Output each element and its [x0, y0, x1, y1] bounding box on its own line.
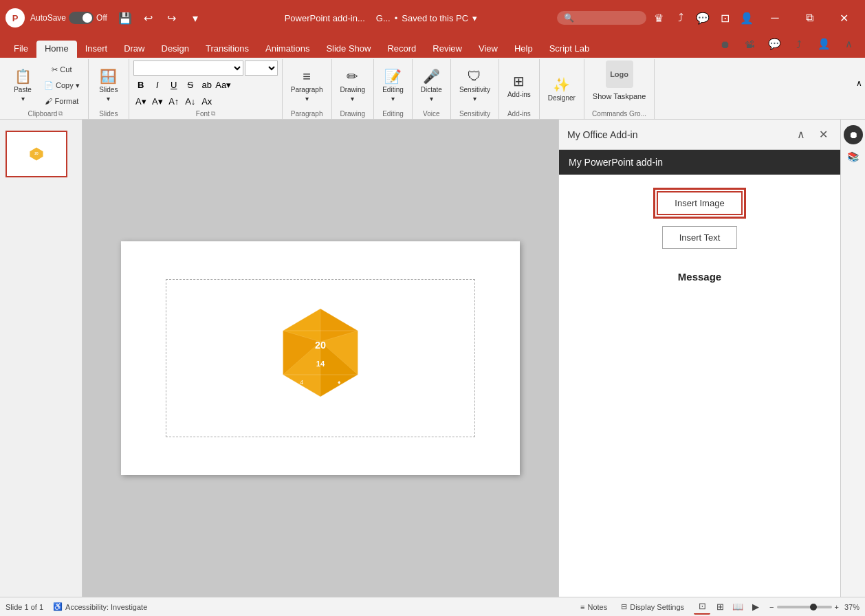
underline-button[interactable]: U [166, 77, 182, 92]
accessibility-button[interactable]: ♿ Accessibility: Investigate [49, 601, 151, 613]
format-painter-button[interactable]: 🖌 Format [40, 94, 84, 108]
minimize-button[interactable]: ─ [759, 7, 791, 29]
slide-1-thumb[interactable]: 20 [6, 131, 67, 177]
insert-text-button[interactable]: Insert Text [662, 226, 738, 249]
slides-button[interactable]: 🪟 Slides ▾ [93, 65, 124, 105]
tab-file[interactable]: File [6, 41, 36, 58]
slide-sorter-button[interactable]: ⊞ [712, 600, 728, 615]
save-info: G... • Saved to this PC ▾ [376, 13, 477, 23]
side-help-button[interactable]: 📚 [844, 147, 863, 166]
tab-home[interactable]: Home [36, 41, 77, 58]
font-family-select[interactable] [133, 60, 243, 76]
status-right: ≡ Notes ⊟ Display Settings ⊡ ⊞ 📖 ▶ − + 3… [576, 600, 859, 615]
editing-button[interactable]: 📝 Editing ▾ [378, 65, 408, 105]
tab-scriptlab[interactable]: Script Lab [541, 41, 598, 58]
ribbon-record-btn[interactable]: ⏺ [714, 33, 736, 55]
copy-button[interactable]: 📄 Copy ▾ [40, 78, 84, 93]
designer-icon: ✨ [553, 76, 570, 93]
notes-button[interactable]: ≡ Notes [576, 602, 611, 613]
cut-button[interactable]: ✂ Cut [40, 63, 84, 77]
tab-design[interactable]: Design [153, 41, 197, 58]
strikethrough-button[interactable]: S [183, 77, 198, 92]
highlight-button[interactable]: A▾ [133, 94, 149, 109]
ribbon-group-drawing: ✏ Drawing ▾ Drawing [332, 59, 375, 119]
slide-canvas[interactable]: 20 14 [121, 241, 520, 475]
font-color-button[interactable]: A▾ [150, 94, 165, 109]
zoom-out-icon[interactable]: − [769, 603, 774, 611]
title-center: PowerPoint add-in... G... • Saved to thi… [210, 13, 551, 23]
insert-image-button[interactable]: Insert Image [657, 191, 742, 215]
ribbon-comment-btn[interactable]: 💬 [763, 33, 785, 55]
designer-button[interactable]: ✨ Designer [544, 74, 580, 104]
undo-icon[interactable]: ↩ [139, 8, 158, 28]
addins-label: Add-ins [507, 110, 531, 119]
comments-icon[interactable]: 💬 [693, 8, 712, 28]
font-expand-icon[interactable]: ⧉ [211, 110, 215, 118]
slides-panel: 1 20 [0, 120, 83, 597]
logo-placeholder: Logo [606, 60, 633, 88]
customize-qat-icon[interactable]: ▾ [186, 8, 205, 28]
close-button[interactable]: ✕ [828, 7, 859, 29]
show-taskpane-button[interactable]: Show Taskpane [589, 89, 650, 103]
display-settings-label: Display Settings [630, 603, 684, 611]
tab-help[interactable]: Help [506, 41, 541, 58]
crown-icon[interactable]: ♛ [649, 8, 668, 28]
tab-review[interactable]: Review [424, 41, 470, 58]
notes-label: Notes [587, 603, 607, 611]
slideshow-button[interactable]: ▶ [747, 600, 764, 615]
accessibility-label: Accessibility: Investigate [65, 603, 147, 611]
paste-button[interactable]: 📋 Paste ▾ [7, 65, 39, 105]
ribbon-share-btn[interactable]: ⤴ [788, 33, 810, 55]
ribbon-collapse-btn[interactable]: ∧ [856, 59, 862, 119]
bold-button[interactable]: B [133, 77, 149, 92]
font-spacing-button[interactable]: ab [199, 77, 215, 92]
clear-format-button[interactable]: Ax [199, 94, 215, 109]
share-icon[interactable]: ⤴ [671, 8, 690, 28]
ribbon-expand-icon[interactable]: ∧ [837, 33, 859, 55]
tab-animations[interactable]: Animations [257, 41, 318, 58]
tab-transitions[interactable]: Transitions [197, 41, 257, 58]
tab-view[interactable]: View [470, 41, 506, 58]
present-icon[interactable]: ⊡ [715, 8, 734, 28]
tab-draw[interactable]: Draw [116, 41, 153, 58]
tab-insert[interactable]: Insert [77, 41, 116, 58]
zoom-in-icon[interactable]: + [835, 603, 839, 611]
italic-button[interactable]: I [150, 77, 165, 92]
paragraph-button[interactable]: ≡ Paragraph ▾ [287, 66, 327, 105]
slide-content-area: 20 14 [166, 279, 475, 437]
editing-items: 📝 Editing ▾ [378, 60, 408, 110]
save-icon[interactable]: 💾 [116, 8, 135, 28]
user-icon[interactable]: 👤 [737, 8, 756, 28]
dictate-label: Dictate [421, 86, 442, 94]
ribbon-group-slides: 🪟 Slides ▾ Slides [89, 59, 129, 119]
zoom-slider[interactable]: − + [769, 603, 839, 611]
side-record-button[interactable]: ⏺ [844, 125, 863, 144]
drawing-button[interactable]: ✏ Drawing ▾ [336, 65, 370, 105]
autosave-toggle[interactable] [69, 12, 94, 24]
sensitivity-button[interactable]: 🛡 Sensitivity ▾ [455, 66, 494, 105]
display-settings-button[interactable]: ⊟ Display Settings [617, 601, 688, 613]
addin-close-button[interactable]: ✕ [814, 126, 832, 144]
normal-view-button[interactable]: ⊡ [694, 600, 710, 615]
ribbon-tabs: File Home Insert Draw Design Transitions… [0, 36, 865, 58]
ribbon-group-font: B I U S ab Aa▾ A▾ A▾ A↑ A↓ Ax Font ⧉ [129, 59, 283, 119]
ribbon-content: 📋 Paste ▾ ✂ Cut 📄 Copy ▾ 🖌 Format Clipbo… [0, 58, 865, 120]
change-case-button[interactable]: Aa▾ [216, 77, 231, 92]
redo-icon[interactable]: ↪ [162, 8, 182, 28]
addins-button[interactable]: ⊞ Add-ins [503, 70, 535, 101]
tab-slideshow[interactable]: Slide Show [318, 41, 379, 58]
decrease-size-button[interactable]: A↓ [183, 94, 198, 109]
search-box[interactable]: 🔍 [557, 11, 646, 25]
dictate-button[interactable]: 🎤 Dictate ▾ [417, 65, 446, 105]
paragraph-label: Paragraph [291, 86, 323, 94]
increase-size-button[interactable]: A↑ [166, 94, 182, 109]
ribbon-user-btn[interactable]: 👤 [813, 33, 835, 55]
font-size-select[interactable] [245, 60, 278, 76]
zoom-track[interactable] [777, 606, 832, 608]
clipboard-expand-icon[interactable]: ⧉ [58, 110, 63, 118]
tab-record[interactable]: Record [379, 41, 424, 58]
ribbon-present-btn[interactable]: 📽 [738, 33, 760, 55]
reading-view-button[interactable]: 📖 [730, 600, 746, 615]
restore-button[interactable]: ⧉ [793, 7, 825, 29]
addin-collapse-button[interactable]: ∧ [792, 126, 810, 144]
